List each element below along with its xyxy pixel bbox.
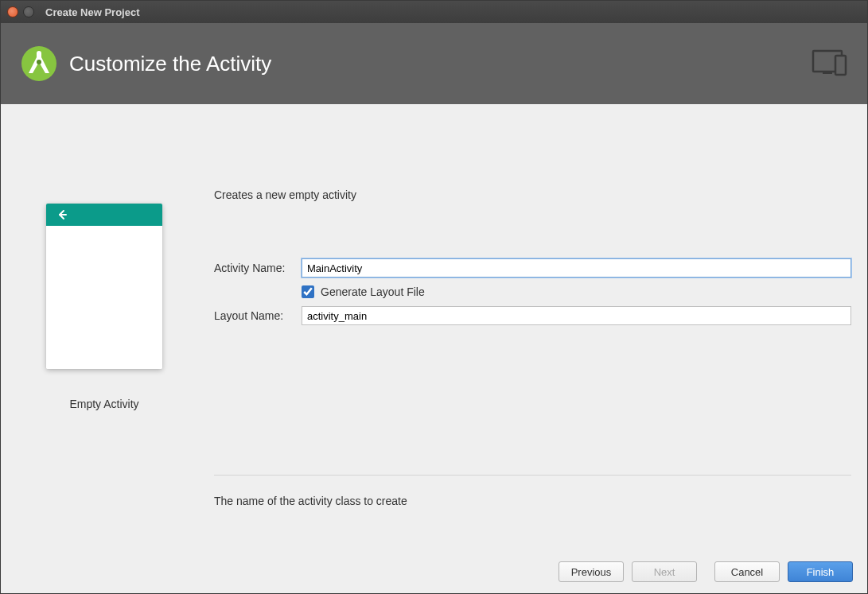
preview-appbar: [46, 204, 162, 226]
divider: [214, 475, 851, 476]
layout-name-label: Layout Name:: [214, 309, 294, 322]
previous-button[interactable]: Previous: [559, 561, 624, 582]
svg-rect-4: [823, 72, 832, 74]
preview-caption: Empty Activity: [69, 398, 138, 410]
cancel-button[interactable]: Cancel: [714, 561, 780, 582]
header-left: Customize the Activity: [20, 45, 271, 83]
generate-layout-row: Generate Layout File: [214, 285, 851, 298]
svg-rect-3: [835, 56, 846, 75]
field-hint: The name of the activity class to create: [214, 495, 851, 507]
svg-point-1: [37, 60, 41, 64]
android-studio-logo-icon: [20, 45, 58, 83]
preview-pane: Empty Activity: [17, 128, 192, 550]
window-minimize-button[interactable]: [23, 6, 34, 17]
layout-name-row: Layout Name:: [214, 306, 851, 325]
titlebar[interactable]: Create New Project: [1, 1, 867, 23]
wizard-content: Empty Activity Creates a new empty activ…: [1, 104, 867, 550]
header-title: Customize the Activity: [69, 52, 271, 76]
back-arrow-icon: [56, 208, 68, 221]
activity-preview: [46, 204, 162, 369]
activity-name-input[interactable]: [302, 258, 851, 278]
activity-name-label: Activity Name:: [214, 262, 294, 274]
next-button: Next: [632, 561, 697, 582]
generate-layout-checkbox[interactable]: [302, 285, 314, 298]
wizard-description: Creates a new empty activity: [214, 188, 851, 201]
layout-name-input[interactable]: [302, 306, 851, 325]
preview-body: [46, 226, 162, 369]
form-pane: Creates a new empty activity Activity Na…: [214, 128, 851, 550]
wizard-header: Customize the Activity: [1, 23, 867, 104]
dialog-window: Create New Project Customize the Activit…: [0, 0, 868, 594]
window-title: Create New Project: [45, 6, 140, 18]
generate-layout-label: Generate Layout File: [321, 285, 425, 298]
device-icon: [812, 49, 848, 80]
activity-name-row: Activity Name:: [214, 258, 851, 278]
finish-button[interactable]: Finish: [788, 561, 853, 582]
wizard-footer: Previous Next Cancel Finish: [1, 550, 867, 593]
window-close-button[interactable]: [7, 6, 18, 17]
